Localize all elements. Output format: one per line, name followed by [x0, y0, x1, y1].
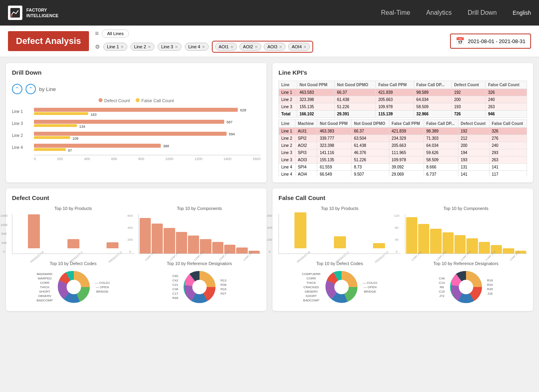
- ref-labels-left: C60 C42 C21 C36 C17 R48: [172, 274, 178, 300]
- table-row: Line 3AOI3155.13551.226109.97858.5091932…: [279, 156, 527, 164]
- label-badmark: BADMARK: [37, 272, 53, 276]
- label-r48: R48: [172, 296, 178, 300]
- nav-drilldown[interactable]: Drill Down: [468, 9, 497, 16]
- fc-label-r45: R45: [487, 287, 493, 291]
- kpi-title: Line KPI's: [278, 69, 527, 76]
- fc-codes-pie: [324, 269, 359, 305]
- defect-codes-chart: Top 10 by Defect Codes BADMARK WARPED CO…: [12, 261, 134, 305]
- col2-ng-ppm: Not Good PPM: [317, 120, 351, 128]
- comp-bar-9: [236, 247, 247, 253]
- bar-val-4a: 388: [163, 144, 169, 148]
- logo: FACTORY INTELLIGENCE: [8, 6, 59, 20]
- fc-label-short: SHORT: [302, 294, 321, 298]
- defect-products-chart: Top 10 by Products PRODUCT B PRODUCT C P…: [12, 206, 134, 257]
- aoi-tag-2[interactable]: AOI2 ✕: [239, 43, 261, 51]
- col-fc-dp: False Call DP...: [414, 81, 452, 89]
- bar-val-3b: 134: [79, 125, 85, 129]
- fc-label-bridge: BRIDGE: [363, 290, 377, 293]
- defect-ref-pie: [182, 269, 217, 305]
- label-corr: CORR: [37, 281, 53, 285]
- drill-up-btn-2[interactable]: ⌃: [26, 84, 36, 94]
- filter-controls: ≡ All Lines ⚙ Line 1 ✕ Line 2 ✕ Line 3 ✕…: [95, 30, 313, 53]
- pie-labels-left: BADMARK WARPED CORR THICK SHORT OBSERV B…: [37, 272, 53, 302]
- col-ng-ppm: Not Good PPM: [297, 81, 334, 89]
- table-row: Line 1463.58366.37421.83998.589192326: [279, 89, 527, 96]
- drill-controls: ⌃ ⌃ by Line: [12, 84, 261, 94]
- bar-label-line3: Line 3: [12, 121, 23, 126]
- date-range-text: 2021-08-01 - 2021-08-31: [468, 38, 525, 44]
- aoi-tag-3[interactable]: AOI3 ✕: [264, 43, 286, 51]
- fc-products-title: Top 10 by Products: [278, 206, 401, 211]
- label-coldj: — COLDJ: [95, 281, 109, 285]
- line-tag-3[interactable]: Line 3 ✕: [158, 43, 182, 51]
- label-observ: OBSERV: [37, 294, 53, 298]
- fc-label-compuerr: COMPUERR: [302, 272, 321, 276]
- svg-point-5: [192, 280, 207, 294]
- fc-comp-bar-5: [454, 235, 466, 253]
- all-lines-button[interactable]: All Lines: [102, 30, 129, 38]
- title-bar: Defect Analysis ≡ All Lines ⚙ Line 1 ✕ L…: [0, 26, 539, 57]
- fc-comp-bar-7: [479, 242, 490, 253]
- table-row: Line 4AOI466.5499.50729.0696.737141117: [279, 171, 527, 177]
- fc-label-c46: C46: [439, 277, 445, 280]
- main-nav: Real-Time Analytics Drill Down English: [381, 9, 531, 16]
- false-call-title: False Call Count: [278, 194, 527, 201]
- drill-down-title: Drill Down: [12, 69, 41, 76]
- comp-y-axis: 6004002000: [128, 214, 133, 253]
- fc-comp-bar-1: [406, 217, 417, 253]
- header: FACTORY INTELLIGENCE Real-Time Analytics…: [0, 0, 539, 26]
- line-tag-2[interactable]: Line 2 ✕: [130, 43, 154, 51]
- fc-ref-title: Top 10 by Reference Designators: [405, 261, 527, 266]
- aoi-tag-1[interactable]: AOI1 ✕: [215, 43, 237, 51]
- fc-comp-bar-9: [503, 248, 514, 253]
- fc-label-coldj: — COLDJ: [363, 281, 377, 285]
- bar-val-4b: 97: [68, 148, 72, 152]
- logo-text: FACTORY INTELLIGENCE: [26, 7, 59, 19]
- label-c36: C36: [172, 287, 178, 291]
- label-c21: C21: [172, 283, 178, 287]
- kpi-table-2: Line Machine Not Good PPM Not Good DPMO …: [278, 119, 527, 176]
- label-r13: R13: [221, 279, 227, 282]
- ref-labels-right: R13 R38 R16 R27: [221, 279, 227, 295]
- table-row-total: Total166.10229.391115.13932.966726946: [279, 111, 527, 118]
- col2-fc-ppm: False Call PPM: [389, 120, 424, 128]
- defect-codes-pie: [56, 269, 92, 305]
- kpi-table-container[interactable]: Line Not Good PPM Not Good DPMO False Ca…: [278, 81, 527, 176]
- title-section: Defect Analysis ≡ All Lines ⚙ Line 1 ✕ L…: [8, 30, 313, 53]
- fc-label-c14: C14: [439, 281, 445, 285]
- nav-analytics[interactable]: Analytics: [426, 9, 452, 16]
- date-picker[interactable]: 📅 2021-08-01 - 2021-08-31: [450, 34, 531, 49]
- table-row: Line 3155.13551.226109.97858.509193263: [279, 103, 527, 111]
- line-tag-4[interactable]: Line 4 ✕: [185, 43, 209, 51]
- drill-up-btn-1[interactable]: ⌃: [12, 84, 22, 94]
- comp-bar-1: [140, 218, 151, 253]
- drill-by-label: by Line: [39, 86, 56, 92]
- label-bridge: BRIDGE: [95, 290, 109, 293]
- comp-bar-4: [176, 232, 187, 253]
- bar-row-line1: Line 1 628 163: [34, 107, 261, 116]
- fc-label-thick: THICK: [302, 281, 321, 285]
- nav-realtime[interactable]: Real-Time: [381, 9, 410, 16]
- label-r38: R38: [221, 283, 227, 287]
- defect-products-title: Top 10 by Products: [12, 206, 134, 211]
- line-tag-1[interactable]: Line 1 ✕: [103, 43, 127, 51]
- aoi-tag-4[interactable]: AOI4 ✕: [288, 43, 310, 51]
- fc-label-r20: R20: [487, 283, 493, 287]
- fc-label-corr: CORR: [302, 277, 321, 280]
- fc-label-r8: R8: [439, 285, 445, 289]
- filter-icon: ≡: [95, 30, 99, 37]
- language-selector[interactable]: English: [513, 10, 531, 16]
- fc-ref-chart: Top 10 by Reference Designators C46 C14 …: [405, 261, 527, 305]
- calendar-icon: 📅: [456, 37, 464, 46]
- svg-point-7: [334, 280, 349, 294]
- bar-row-line4: Line 4 388 97: [34, 143, 261, 152]
- fc-components-chart: Top 10 by Components 12080400: [405, 206, 527, 257]
- false-call-charts-grid: Top 10 by Products PRODUCT B PRODUCT C P…: [278, 206, 527, 305]
- col2-fc-dp: False Call DP...: [424, 120, 458, 128]
- fc-bar-product-b: PRODUCT B: [292, 212, 309, 253]
- comp-bar-5: [188, 236, 199, 253]
- fc-component-bars: 12080400: [405, 214, 527, 254]
- comp-bar-3: [164, 228, 175, 253]
- drill-down-card: Drill Down ⌃ ⌃ by Line Defect Count Fals…: [6, 63, 267, 182]
- fc-ref-labels-left: C46 C14 R8 C15 J72: [439, 277, 445, 298]
